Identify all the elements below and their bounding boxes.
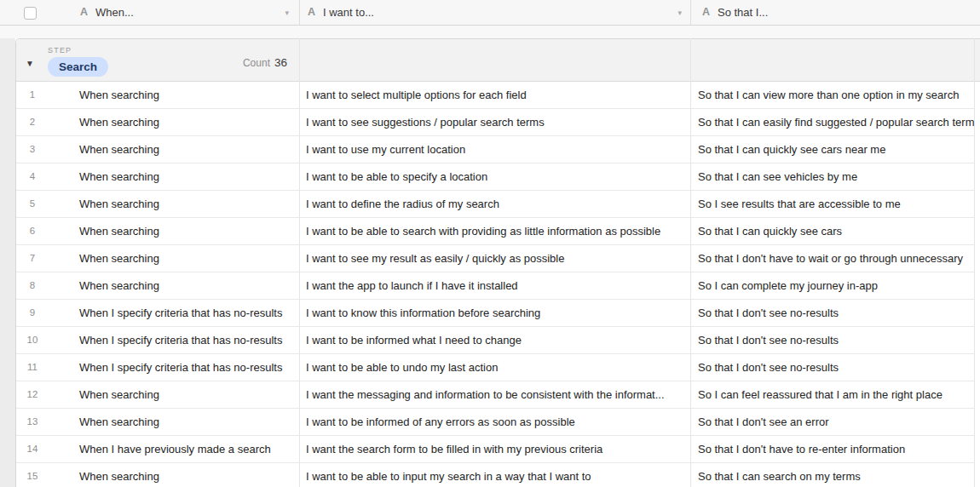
row-number: 12 (21, 381, 43, 408)
cell-when[interactable]: When searching (79, 191, 297, 217)
cell-i-want[interactable]: I want the app to launch if I have it in… (306, 272, 689, 299)
row-number: 5 (21, 191, 43, 217)
table-row[interactable]: 2When searchingI want to see suggestions… (16, 109, 975, 136)
cell-so-that[interactable]: So I can complete my journey in-app (698, 272, 975, 299)
cell-so-that[interactable]: So that I don't see no-results (698, 354, 975, 381)
table-row[interactable]: 1When searchingI want to select multiple… (16, 82, 975, 109)
cell-i-want[interactable]: I want to define the radius of my search (306, 191, 689, 217)
table-row[interactable]: 15When searchingI want to be able to inp… (16, 463, 975, 487)
column-header-i-want[interactable]: A I want to... ▾ (299, 0, 690, 25)
table-row[interactable]: 7When searchingI want to see my result a… (16, 245, 975, 272)
header-spacer (0, 26, 980, 38)
chevron-down-icon[interactable]: ▾ (677, 9, 682, 17)
cell-when[interactable]: When I specify criteria that has no-resu… (79, 327, 297, 353)
table-row[interactable]: 5When searchingI want to define the radi… (16, 191, 975, 218)
table-row[interactable]: 8When searchingI want the app to launch … (16, 272, 975, 300)
row-number: 13 (21, 409, 43, 435)
column-header-so-that[interactable]: A So that I... (690, 0, 980, 25)
text-field-icon: A (80, 6, 88, 19)
cell-so-that[interactable]: So that I don't see no-results (698, 327, 975, 353)
cell-i-want[interactable]: I want to use my current location (306, 136, 689, 163)
left-gutter (0, 38, 15, 487)
cell-when[interactable]: When I specify criteria that has no-resu… (79, 354, 297, 381)
cell-so-that[interactable]: So that I don't have to re-enter informa… (698, 436, 975, 462)
cell-so-that[interactable]: So that I can search on my terms (698, 463, 975, 487)
table-row[interactable]: 11When I specify criteria that has no-re… (16, 354, 975, 381)
cell-i-want[interactable]: I want to select multiple options for ea… (306, 82, 689, 108)
cell-when[interactable]: When searching (79, 409, 297, 435)
row-number: 14 (21, 436, 43, 462)
cell-i-want[interactable]: I want to be able to search with providi… (306, 218, 689, 244)
row-number: 4 (21, 163, 43, 190)
cell-so-that[interactable]: So that I don't have to wait or go throu… (698, 245, 975, 272)
row-number: 15 (21, 463, 43, 487)
cell-so-that[interactable]: So that I don't see no-results (698, 300, 975, 326)
chevron-down-icon[interactable]: ▾ (285, 9, 289, 17)
row-number: 11 (21, 354, 43, 381)
group-count: Count36 (16, 56, 287, 70)
cell-i-want[interactable]: I want to be informed what I need to cha… (306, 327, 689, 353)
select-all-checkbox[interactable] (24, 7, 37, 20)
table-row[interactable]: 9When I specify criteria that has no-res… (16, 300, 975, 327)
row-number: 3 (21, 136, 43, 163)
cell-when[interactable]: When I specify criteria that has no-resu… (79, 300, 297, 326)
table-row[interactable]: 10When I specify criteria that has no-re… (16, 327, 975, 354)
cell-so-that[interactable]: So I can feel reassured that I am in the… (698, 381, 975, 408)
row-number: 6 (21, 218, 43, 244)
row-list: 1When searchingI want to select multiple… (16, 82, 975, 487)
cell-so-that[interactable]: So I see results that are accessible to … (698, 191, 975, 217)
table-row[interactable]: 4When searchingI want to be able to spec… (16, 163, 975, 191)
count-value: 36 (274, 56, 287, 69)
cell-when[interactable]: When searching (79, 82, 297, 108)
text-field-icon: A (308, 6, 315, 19)
cell-i-want[interactable]: I want to be able to specify a location (306, 163, 689, 190)
group-field-label: STEP (48, 46, 72, 54)
table-row[interactable]: 3When searchingI want to use my current … (16, 136, 975, 163)
column-separator[interactable] (974, 38, 975, 487)
column-header-label: When... (95, 6, 134, 20)
table-row[interactable]: 6When searchingI want to be able to sear… (16, 218, 975, 245)
row-number: 10 (21, 327, 43, 353)
table-row[interactable]: 12When searchingI want the messaging and… (16, 381, 975, 409)
cell-so-that[interactable]: So that I can easily find suggested / po… (698, 109, 975, 135)
cell-so-that[interactable]: So that I don't see an error (698, 409, 975, 435)
cell-i-want[interactable]: I want to be able to input my search in … (306, 463, 689, 487)
cell-so-that[interactable]: So that I can see vehicles by me (698, 163, 975, 190)
text-field-icon: A (702, 6, 710, 19)
count-label: Count (243, 57, 270, 69)
row-number: 8 (21, 272, 43, 299)
cell-when[interactable]: When searching (79, 463, 297, 487)
column-separator[interactable] (690, 38, 691, 487)
grid-header: A When... ▾ A I want to... ▾ A So that I… (0, 0, 980, 26)
cell-when[interactable]: When searching (79, 272, 297, 299)
column-header-label: I want to... (323, 6, 374, 20)
cell-when[interactable]: When searching (79, 163, 297, 190)
cell-when[interactable]: When searching (79, 109, 297, 135)
cell-when[interactable]: When searching (79, 218, 297, 244)
group-container: ▼ STEP Search Count36 1When searchingI w… (15, 38, 980, 487)
cell-when[interactable]: When searching (79, 381, 297, 408)
column-separator[interactable] (299, 38, 300, 487)
row-number: 1 (21, 82, 43, 108)
row-number: 9 (21, 300, 43, 326)
cell-i-want[interactable]: I want to see suggestions / popular sear… (306, 109, 689, 135)
column-header-label: So that I... (718, 6, 768, 20)
cell-i-want[interactable]: I want the search form to be filled in w… (306, 436, 689, 462)
cell-i-want[interactable]: I want to see my result as easily / quic… (306, 245, 689, 272)
table-row[interactable]: 13When searchingI want to be informed of… (16, 409, 975, 436)
column-header-when[interactable]: A When... ▾ (0, 0, 299, 25)
row-number: 2 (21, 109, 43, 135)
cell-when[interactable]: When I have previously made a search (79, 436, 297, 462)
cell-i-want[interactable]: I want to know this information before s… (306, 300, 689, 326)
cell-so-that[interactable]: So that I can quickly see cars near me (698, 136, 975, 163)
cell-when[interactable]: When searching (79, 245, 297, 272)
group-header: ▼ STEP Search Count36 (16, 39, 980, 82)
cell-i-want[interactable]: I want the messaging and information to … (306, 381, 689, 408)
cell-so-that[interactable]: So that I can view more than one option … (698, 82, 975, 108)
cell-i-want[interactable]: I want to be able to undo my last action (306, 354, 689, 381)
cell-so-that[interactable]: So that I can quickly see cars (698, 218, 975, 244)
row-number: 7 (21, 245, 43, 272)
table-row[interactable]: 14When I have previously made a searchI … (16, 436, 975, 463)
cell-when[interactable]: When searching (79, 136, 297, 163)
cell-i-want[interactable]: I want to be informed of any errors as s… (306, 409, 689, 435)
